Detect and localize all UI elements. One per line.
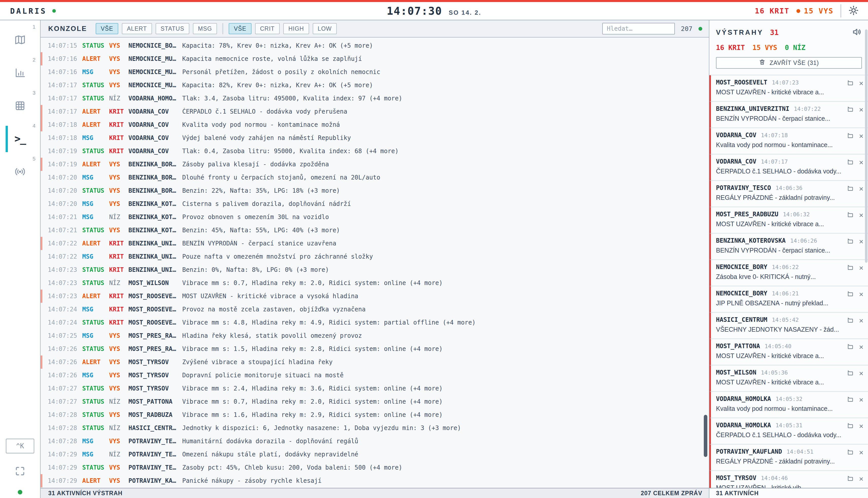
console-log-row[interactable]: 14:07:29 ALERT VYS POTRAVINY_KA… Panické… [41, 474, 709, 487]
alert-comment-icon[interactable] [847, 290, 854, 299]
alert-card[interactable]: MOST_TYRSOV 14:04:46 MOST UZAVŘEN - krit… [710, 471, 868, 488]
alert-comment-icon[interactable] [847, 238, 854, 246]
alert-card[interactable]: BENZINKA_UNIVERZITNI 14:07:22 BENZÍN VYP… [710, 102, 868, 128]
alert-close-icon[interactable]: × [859, 159, 864, 166]
alert-close-icon[interactable]: × [859, 106, 864, 114]
close-all-alerts-button[interactable]: ZAVŘÍT VŠE (31) [716, 57, 862, 69]
theme-toggle-sun-icon[interactable] [848, 5, 859, 17]
console-log-row[interactable]: 14:07:24 MSG KRIT MOST_ROOSEVE… Provoz n… [41, 303, 709, 316]
console-log-row[interactable]: 14:07:17 STATUS NÍZ VODARNA_HOMO… Tlak: … [41, 92, 709, 105]
alert-card[interactable]: HASICI_CENTRUM 14:05:42 VŠECHNY JEDNOTKY… [710, 313, 868, 339]
alert-close-icon[interactable]: × [859, 449, 864, 456]
filter-button[interactable]: CRIT [255, 23, 280, 34]
sound-toggle-icon[interactable] [852, 27, 862, 38]
console-log-row[interactable]: 14:07:18 ALERT KRIT VODARNA_COV Kvalita … [41, 118, 709, 131]
sidebar-item-grid[interactable]: 3 [0, 90, 40, 122]
alert-comment-icon[interactable] [847, 317, 854, 325]
alert-comment-icon[interactable] [847, 79, 854, 88]
panel-scrollbar-thumb[interactable] [865, 29, 868, 263]
alert-card[interactable]: MOST_PRES_RADBUZU 14:06:32 MOST UZAVŘEN … [710, 207, 868, 234]
alert-comment-icon[interactable] [847, 448, 854, 457]
alert-close-icon[interactable]: × [859, 317, 864, 325]
console-log-row[interactable]: 14:07:15 STATUS VYS NEMOCNICE_BO… Kapaci… [41, 39, 709, 52]
sidebar-item-charts[interactable]: 2 [0, 57, 40, 89]
sidebar-item-console[interactable]: 4 >_ [0, 123, 40, 155]
alert-close-icon[interactable]: × [859, 132, 864, 140]
console-log-row[interactable]: 14:07:29 STATUS VYS POTRAVINY_TE… Zasoby… [41, 461, 709, 474]
alert-comment-icon[interactable] [847, 132, 854, 140]
console-log-row[interactable]: 14:07:23 ALERT KRIT MOST_ROOSEVE… MOST U… [41, 290, 709, 303]
filter-button[interactable]: MSG [193, 23, 217, 34]
command-palette-button[interactable]: ^K [6, 439, 34, 454]
console-scrollbar-thumb[interactable] [704, 415, 707, 457]
console-log-row[interactable]: 14:07:22 ALERT KRIT BENZINKA_UNI… BENZÍN… [41, 237, 709, 250]
alert-close-icon[interactable]: × [859, 80, 864, 87]
alert-card[interactable]: VODARNA_COV 14:07:18 Kvalita vody pod no… [710, 128, 868, 154]
alert-comment-icon[interactable] [847, 422, 854, 430]
console-log-row[interactable]: 14:07:16 ALERT VYS NEMOCNICE_MU… Kapacit… [41, 52, 709, 65]
console-log-row[interactable]: 14:07:27 STATUS NÍZ MOST_PATTONA Vibrace… [41, 395, 709, 408]
sidebar-item-broadcast[interactable]: 5 [0, 156, 40, 188]
console-log-row[interactable]: 14:07:29 MSG NÍZ POTRAVINY_TE… Omezení n… [41, 448, 709, 461]
alert-comment-icon[interactable] [847, 264, 854, 272]
console-log-row[interactable]: 14:07:20 STATUS VYS BENZINKA_BOR… Benzin… [41, 184, 709, 197]
filter-button[interactable]: ALERT [122, 23, 152, 34]
alert-comment-icon[interactable] [847, 475, 854, 483]
console-log-row[interactable]: 14:07:17 STATUS VYS NEMOCNICE_MU… Kapaci… [41, 79, 709, 92]
console-log-row[interactable]: 14:07:27 STATUS VYS MOST_TYRSOV Vibrace … [41, 382, 709, 395]
alert-card[interactable]: NEMOCNICE_BORY 14:06:22 Zásoba krve 0- K… [710, 260, 868, 286]
alert-card[interactable]: MOST_WILSON 14:05:36 MOST UZAVŘEN - krit… [710, 365, 868, 392]
alert-close-icon[interactable]: × [859, 475, 864, 483]
alert-close-icon[interactable]: × [859, 343, 864, 351]
alert-comment-icon[interactable] [847, 158, 854, 167]
alert-comment-icon[interactable] [847, 106, 854, 114]
alert-comment-icon[interactable] [847, 185, 854, 193]
console-log-row[interactable]: 14:07:21 MSG NÍZ BENZINKA_KOT… Provoz ob… [41, 210, 709, 224]
alert-card[interactable]: POTRAVINY_TESCO 14:06:36 REGÁLY PRÁZDNÉ … [710, 181, 868, 207]
console-log-row[interactable]: 14:07:24 STATUS KRIT MOST_ROOSEVE… Vibra… [41, 316, 709, 329]
console-log-row[interactable]: 14:07:23 STATUS NÍZ MOST_WILSON Vibrace … [41, 276, 709, 290]
console-log-row[interactable]: 14:07:26 ALERT VYS MOST_TYRSOV Zvýšené v… [41, 355, 709, 369]
alert-comment-icon[interactable] [847, 211, 854, 219]
console-log-row[interactable]: 14:07:19 ALERT VYS BENZINKA_BOR… Zásoby … [41, 158, 709, 171]
sidebar-item-map[interactable]: 1 [0, 24, 40, 56]
console-log-row[interactable]: 14:07:16 MSG VYS NEMOCNICE_MU… Personál … [41, 65, 709, 79]
filter-button[interactable]: VŠE [229, 23, 251, 34]
console-log-row[interactable]: 14:07:21 STATUS VYS BENZINKA_KOT… Benzin… [41, 224, 709, 237]
console-log-row[interactable]: 14:07:26 MSG VYS MOST_TYRSOV Dopravní po… [41, 369, 709, 382]
alert-comment-icon[interactable] [847, 396, 854, 404]
console-log-row[interactable]: 14:07:28 MSG VYS POTRAVINY_TE… Humanitár… [41, 435, 709, 448]
console-log-row[interactable]: 14:07:22 MSG KRIT BENZINKA_UNI… Pouze na… [41, 250, 709, 263]
alert-card[interactable]: NEMOCNICE_BORY 14:06:21 JIP PLNĚ OBSAZEN… [710, 286, 868, 313]
alert-card[interactable]: BENZINKA_KOTEROVSKA 14:06:26 BENZÍN VYPR… [710, 234, 868, 260]
console-log-row[interactable]: 14:07:18 MSG KRIT VODARNA_COV Výdej bale… [41, 131, 709, 145]
console-log-row[interactable]: 14:07:20 MSG VYS BENZINKA_BOR… Dlouhé fr… [41, 171, 709, 184]
alert-close-icon[interactable]: × [859, 211, 864, 219]
filter-button[interactable]: VŠE [96, 23, 118, 34]
fullscreen-icon[interactable] [14, 466, 26, 478]
alert-comment-icon[interactable] [847, 369, 854, 378]
alert-card[interactable]: MOST_PATTONA 14:05:40 MOST UZAVŘEN - kri… [710, 339, 868, 365]
console-log-row[interactable]: 14:07:28 STATUS VYS MOST_RADBUZA Vibrace… [41, 408, 709, 421]
filter-button[interactable]: STATUS [156, 23, 189, 34]
alert-close-icon[interactable]: × [859, 238, 864, 246]
console-log-row[interactable]: 14:07:25 MSG VYS MOST_PRES_RA… Hladina ř… [41, 329, 709, 342]
console-log[interactable]: 14:07:15 STATUS VYS NEMOCNICE_BO… Kapaci… [41, 38, 709, 488]
alert-card[interactable]: POTRAVINY_KAUFLAND 14:04:51 REGÁLY PRÁZD… [710, 445, 868, 471]
alert-card[interactable]: VODARNA_COV 14:07:17 ČERPADLO č.1 SELHAL… [710, 154, 868, 181]
alert-card-list[interactable]: MOST_ROOSEVELT 14:07:23 MOST UZAVŘEN - k… [710, 75, 868, 488]
console-log-row[interactable]: 14:07:23 STATUS KRIT BENZINKA_UNI… Benzi… [41, 263, 709, 276]
alert-close-icon[interactable]: × [859, 291, 864, 298]
filter-button[interactable]: HIGH [283, 23, 309, 34]
alert-close-icon[interactable]: × [859, 396, 864, 404]
alert-close-icon[interactable]: × [859, 185, 864, 193]
console-log-row[interactable]: 14:07:20 MSG VYS BENZINKA_KOT… Cisterna … [41, 197, 709, 210]
alert-close-icon[interactable]: × [859, 370, 864, 377]
alert-card[interactable]: MOST_ROOSEVELT 14:07:23 MOST UZAVŘEN - k… [710, 75, 868, 102]
console-log-row[interactable]: 14:07:17 ALERT KRIT VODARNA_COV ČERPADLO… [41, 105, 709, 118]
alert-close-icon[interactable]: × [859, 422, 864, 430]
alert-close-icon[interactable]: × [859, 264, 864, 272]
console-log-row[interactable]: 14:07:19 STATUS KRIT VODARNA_COV Tlak: 0… [41, 145, 709, 158]
alert-card[interactable]: VODARNA_HOMOLKA 14:05:31 ČERPADLO č.1 SE… [710, 418, 868, 445]
filter-button[interactable]: LOW [313, 23, 337, 34]
